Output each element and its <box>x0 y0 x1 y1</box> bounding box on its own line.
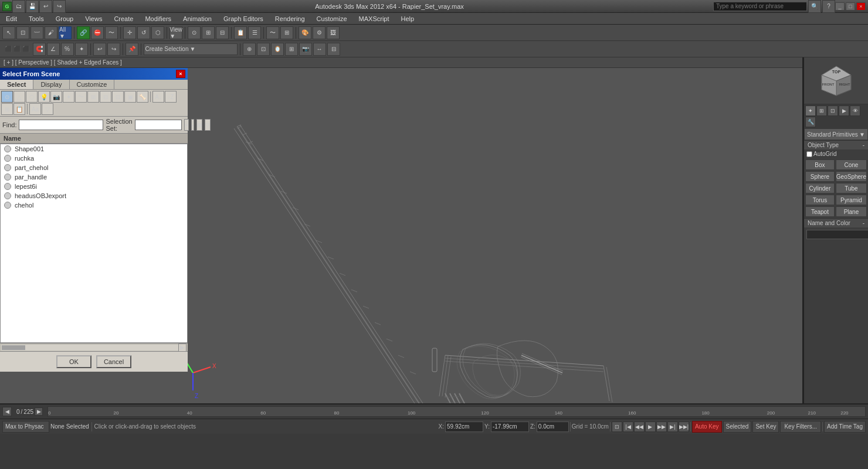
obj-type-sphere[interactable]: Sphere <box>805 171 835 182</box>
snapshot-btn[interactable]: 📷 <box>299 43 312 56</box>
mirror-btn[interactable]: ⊞ <box>202 26 215 39</box>
pivot-btn[interactable]: ⊙ <box>188 26 201 39</box>
bind-space-warp[interactable]: 〜 <box>105 26 118 39</box>
dialog-filter3-btn[interactable]: ⊡ <box>112 91 124 103</box>
rp-tab-create[interactable]: ✦ <box>805 106 816 116</box>
viewport[interactable]: [ + ] [ Perspective ] [ Shaded + Edged F… <box>0 57 803 403</box>
dialog-hscrollbar[interactable]: ▶ <box>0 343 188 351</box>
rp-tab-motion[interactable]: ▶ <box>839 106 849 116</box>
last-frame-btn[interactable]: ▶▶| <box>679 422 689 432</box>
angle-snap[interactable]: ∠ <box>47 43 60 56</box>
menu-rendering[interactable]: Rendering <box>272 14 308 23</box>
snap-toggle[interactable]: 🧲 <box>33 43 46 56</box>
obj-type-cone[interactable]: Cone <box>836 159 867 170</box>
menu-graph-editors[interactable]: Graph Editors <box>220 14 267 23</box>
select-region-btn[interactable]: ⊡ <box>16 26 29 39</box>
dialog-case-btn[interactable]: Aa <box>29 103 41 115</box>
redo-btn[interactable]: ↪ <box>107 43 120 56</box>
spacing-btn[interactable]: ↔ <box>313 43 326 56</box>
dialog-ok-btn[interactable]: OK <box>56 355 91 368</box>
viewport-content[interactable]: Polys: 15 630 Verts: 7 888 FPS: 346.170 <box>0 68 802 403</box>
dialog-tab-display[interactable]: Display <box>33 80 69 89</box>
next-frame-btn[interactable]: ▶| <box>667 422 678 432</box>
minimize-btn[interactable]: _ <box>835 2 845 11</box>
list-item[interactable]: Shape001 <box>1 144 187 154</box>
list-item[interactable]: ruchka <box>1 154 187 163</box>
select-rotate[interactable]: ↺ <box>137 26 150 39</box>
list-item[interactable]: lepest6i <box>1 182 187 191</box>
object-name-input[interactable] <box>806 230 868 239</box>
menu-create[interactable]: Create <box>110 14 137 23</box>
set-key-btn[interactable]: Set Key <box>752 421 779 433</box>
prev-frame-btn[interactable]: |◀ <box>623 422 633 432</box>
maximize-btn[interactable]: □ <box>846 2 855 11</box>
obj-type-tube[interactable]: Tube <box>836 183 867 193</box>
reference-coord[interactable]: View ▼ <box>169 26 182 39</box>
schematic-view[interactable]: ⊞ <box>280 26 293 39</box>
dialog-layer-btn[interactable]: 📋 <box>13 103 25 115</box>
select-scale[interactable]: ⬡ <box>151 26 164 39</box>
dialog-selset-btn2[interactable]: - <box>191 119 194 131</box>
menu-views[interactable]: Views <box>82 14 106 23</box>
array-btn[interactable]: ⊞ <box>285 43 298 56</box>
dialog-tab-customize[interactable]: Customize <box>70 80 115 89</box>
dialog-filter5-btn[interactable]: ▽ <box>42 103 53 115</box>
quick-access-btn[interactable]: 🗂 <box>12 0 25 13</box>
render-setup[interactable]: ⚙ <box>313 26 326 39</box>
dialog-cancel-btn[interactable]: Cancel <box>96 355 131 368</box>
move-type[interactable]: ⊡ <box>257 43 270 56</box>
lasso-btn[interactable]: 〰 <box>30 26 43 39</box>
redo-btn-quick[interactable]: ↪ <box>53 0 66 13</box>
save-btn-quick[interactable]: 💾 <box>26 0 39 13</box>
auto-key-btn[interactable]: Auto Key <box>692 421 722 433</box>
obj-type-pyramid[interactable]: Pyramid <box>836 195 867 205</box>
dialog-tab-select[interactable]: Select <box>0 80 33 89</box>
rp-tab-utilities[interactable]: 🔧 <box>805 117 816 127</box>
dialog-hscroll-thumb[interactable] <box>2 345 25 350</box>
menu-tools[interactable]: Tools <box>25 14 48 23</box>
rp-tab-hierarchy[interactable]: ⊡ <box>828 106 838 116</box>
dialog-light-btn[interactable]: 💡 <box>38 91 50 103</box>
dialog-all-btn[interactable]: ⊙ <box>1 91 13 103</box>
frame-nav-right[interactable]: ▶ <box>35 407 43 416</box>
menu-customize[interactable]: Customize <box>313 14 351 23</box>
obj-type-teapot[interactable]: Teapot <box>805 206 835 217</box>
move-btn[interactable]: ⊕ <box>243 43 256 56</box>
spinner-snap[interactable]: ✦ <box>75 43 88 56</box>
next-key-btn[interactable]: ▶▶ <box>656 422 667 432</box>
obj-type-torus[interactable]: Torus <box>805 195 835 205</box>
render-frame[interactable]: 🖼 <box>327 26 340 39</box>
search-btn[interactable]: 🔍 <box>808 0 821 13</box>
menu-help[interactable]: Help <box>398 14 418 23</box>
dialog-list[interactable]: Shape001 ruchka part_chehol par_handle <box>0 144 188 343</box>
timeline-track[interactable]: 0 20 40 60 80 100 120 140 160 180 200 21… <box>48 406 866 417</box>
list-item[interactable]: headusOBJexport <box>1 191 187 200</box>
ribbon-btn[interactable]: ☰ <box>248 26 261 39</box>
list-item[interactable]: chehol <box>1 200 187 210</box>
curve-editor[interactable]: 〜 <box>266 26 279 39</box>
dialog-helper-btn[interactable]: ✦ <box>63 91 74 103</box>
list-item[interactable]: par_handle <box>1 172 187 182</box>
dialog-scroll-right[interactable]: ▶ <box>178 344 187 352</box>
help-btn[interactable]: ? <box>822 0 835 13</box>
select-move[interactable]: ✛ <box>123 26 136 39</box>
list-item[interactable]: part_chehol <box>1 163 187 172</box>
prev-key-btn[interactable]: ◀◀ <box>634 422 645 432</box>
material-editor[interactable]: 🎨 <box>299 26 311 39</box>
menu-group[interactable]: Group <box>52 14 77 23</box>
named-selection[interactable]: 📌 <box>126 43 138 56</box>
autogrid-checkbox[interactable] <box>806 151 812 157</box>
dialog-filter1-btn[interactable]: ⊞ <box>87 91 99 103</box>
menu-edit[interactable]: Edit <box>2 14 21 23</box>
selected-btn[interactable]: Selected <box>723 421 752 433</box>
undo-btn-quick[interactable]: ↩ <box>39 0 52 13</box>
link-btn[interactable]: 🔗 <box>77 26 90 39</box>
dialog-selset-input[interactable] <box>135 120 182 130</box>
filter-dropdown[interactable]: All ▼ <box>59 26 72 39</box>
key-filters-btn[interactable]: Key Filters... <box>780 421 821 433</box>
obj-type-geosphere[interactable]: GeoSphere <box>836 171 867 182</box>
rp-tab-display[interactable]: 👁 <box>850 106 860 116</box>
dialog-close-btn[interactable]: × <box>176 70 185 78</box>
dialog-selset-btn3[interactable]: ⊞ <box>196 119 202 131</box>
menu-animation[interactable]: Animation <box>179 14 215 23</box>
